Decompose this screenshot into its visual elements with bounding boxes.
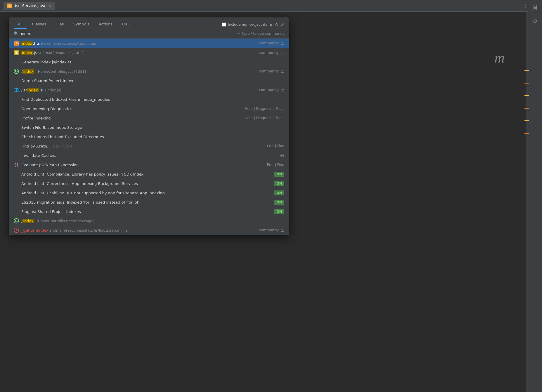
project-name: community — [259, 228, 279, 232]
scroll-mark-error — [524, 83, 529, 84]
result-text: Android Lint: Usability: URL not support… — [21, 191, 274, 195]
result-location: (HomeController.java) [GET] — [37, 70, 86, 74]
result-item[interactable]: Android Lint: Compliance: Library has po… — [9, 169, 289, 179]
result-right: ON — [274, 209, 284, 214]
tab-close-button[interactable]: × — [48, 4, 51, 8]
more-options-icon[interactable]: ⋮ — [523, 3, 528, 9]
result-name: /index — [21, 219, 34, 223]
type-hint-text: Type / to see commands — [242, 32, 284, 36]
result-item[interactable]: Profile Indexing Help | Diagnostic Tools — [9, 113, 289, 123]
result-text: index.js src\main\resources\static\js — [21, 51, 259, 55]
name-suffix: .html — [33, 41, 43, 46]
result-text: Find by XPath... Ctrl+Alt+X, F — [21, 144, 267, 148]
search-popup: All Classes Files Symbols Actions URL In… — [9, 18, 289, 235]
result-action: Help | Diagnostic Tools — [245, 107, 284, 111]
result-item[interactable]: ! _getItemIndex src/main/resources/stati… — [9, 226, 289, 235]
html-file-icon: </> — [14, 41, 19, 46]
database-icon[interactable]: 🗄 — [533, 5, 538, 11]
error-icon: ! — [14, 228, 19, 233]
result-name: Find Duplicated Indexed Files in node_mo… — [21, 97, 110, 102]
search-input[interactable] — [21, 31, 235, 36]
toggle-on-badge[interactable]: ON — [274, 172, 284, 177]
result-item[interactable]: Plugins: Shared Project Indexes ON — [9, 207, 289, 216]
shortcut: Ctrl+Alt+X, F — [53, 144, 77, 148]
result-item[interactable]: Find Duplicated Indexed Files in node_mo… — [9, 95, 289, 104]
search-tabs: All Classes Files Symbols Actions URL In… — [9, 18, 289, 29]
include-non-project-checkbox[interactable]: Include non-project items — [222, 22, 273, 27]
name-suffix: .js — [33, 51, 37, 55]
result-item[interactable]: {} Evaluate JSONPath Expression... Edit … — [9, 160, 289, 169]
result-item[interactable]: G /index (HomeController.java) [GET] com… — [9, 67, 289, 76]
result-item[interactable]: Android Lint: Correctness: App Indexing … — [9, 179, 289, 188]
scroll-mark-error3 — [524, 133, 529, 134]
result-text: index.html src\main\resources\templates — [21, 41, 259, 46]
result-item[interactable]: Check Ignored but not Excluded Directori… — [9, 132, 289, 141]
result-name: ES2015 migration aids: Indexed 'for' is … — [21, 200, 139, 204]
result-text: _getItemIndex src/main/resources/static/… — [21, 228, 259, 233]
include-checkbox-input[interactable] — [222, 22, 226, 27]
result-right: community 🗂 — [259, 41, 284, 46]
tab-symbols[interactable]: Symbols — [69, 20, 93, 29]
project-name: community — [259, 69, 279, 73]
result-name: Dump Shared Project Index — [21, 79, 73, 83]
result-text: Check Ignored but not Excluded Directori… — [21, 135, 284, 139]
toggle-on-badge[interactable]: ON — [274, 209, 284, 214]
result-name: index.js — [21, 51, 37, 55]
result-right: ON — [274, 200, 284, 205]
result-item[interactable]: ES2015 migration aids: Indexed 'for' is … — [9, 197, 289, 207]
result-item[interactable]: Android Lint: Usability: URL not support… — [9, 188, 289, 197]
result-item[interactable]: Dump Shared Project Index — [9, 76, 289, 85]
result-item[interactable]: Generate index.js/index.ts — [9, 57, 289, 67]
result-text: Android Lint: Correctness: App Indexing … — [21, 181, 274, 186]
result-item[interactable]: G /index (HomeController#getIndexPage) — [9, 216, 289, 226]
tab-title: UserService.java — [13, 4, 45, 8]
project-folder-icon: 🗂 — [280, 41, 284, 46]
tab-actions[interactable]: Actions — [95, 20, 117, 29]
result-item[interactable]: Switch File-Based Index Storage — [9, 123, 289, 132]
result-text: Dump Shared Project Index — [21, 79, 284, 83]
scroll-mark-warning3 — [524, 120, 529, 121]
name-highlight: index — [22, 69, 34, 74]
expand-icon[interactable]: ⤢ — [281, 22, 284, 27]
result-right: Help | Diagnostic Tools — [245, 116, 284, 120]
result-path: src/main/resources/static/js/bootstrap.m… — [50, 228, 127, 233]
toggle-on-badge[interactable]: ON — [274, 200, 284, 205]
tab-files[interactable]: Files — [51, 20, 68, 29]
result-item[interactable]: </> index.html src\main\resources\templa… — [9, 39, 289, 48]
result-path: src\main\resources\static\js — [38, 51, 86, 55]
result-item[interactable]: Invalidate Caches... File — [9, 151, 289, 160]
result-item[interactable]: 🌐 /js/index.js (index.js) community 🗂 — [9, 85, 289, 95]
result-right: community 🗂 — [259, 228, 284, 233]
result-name: Plugins: Shared Project Indexes — [21, 209, 81, 214]
editor-tab[interactable]: J UserService.java × — [4, 2, 55, 10]
result-name: Open Indexing Diagnostics — [21, 107, 72, 111]
scroll-mark-warning — [524, 70, 529, 71]
filter-icon[interactable]: ⊘ — [275, 22, 278, 27]
result-text: Android Lint: Compliance: Library has po… — [21, 172, 274, 176]
hierarchy-icon[interactable]: ⊕ — [533, 18, 537, 24]
result-action: File — [278, 153, 284, 157]
result-name: /js/index.js — [21, 88, 43, 92]
result-action: Help | Diagnostic Tools — [245, 116, 284, 120]
toggle-on-badge[interactable]: ON — [274, 190, 284, 195]
tab-url[interactable]: URL — [118, 20, 134, 29]
tab-classes[interactable]: Classes — [28, 20, 50, 29]
result-right: Help | Diagnostic Tools — [245, 107, 284, 111]
result-item[interactable]: Find by XPath... Ctrl+Alt+X, F Edit | Fi… — [9, 141, 289, 151]
result-right: ON — [274, 172, 284, 177]
scroll-markers — [526, 12, 528, 392]
result-location: (index.js) — [45, 88, 61, 92]
tab-all[interactable]: All — [14, 20, 27, 29]
result-item[interactable]: JS index.js src\main\resources\static\js… — [9, 48, 289, 57]
result-text: /index (HomeController.java) [GET] — [21, 69, 259, 74]
results-list[interactable]: </> index.html src\main\resources\templa… — [9, 39, 289, 235]
toggle-on-badge[interactable]: ON — [274, 181, 284, 186]
result-name: Evaluate JSONPath Expression... — [21, 163, 82, 167]
route-icon: G — [14, 218, 19, 223]
result-right: community 🗂 — [259, 51, 284, 55]
project-name: community — [259, 51, 279, 55]
name-highlight: index — [22, 219, 34, 223]
result-item[interactable]: Open Indexing Diagnostics Help | Diagnos… — [9, 104, 289, 113]
result-text: Switch File-Based Index Storage — [21, 125, 284, 130]
result-text: /js/index.js (index.js) — [21, 88, 259, 92]
